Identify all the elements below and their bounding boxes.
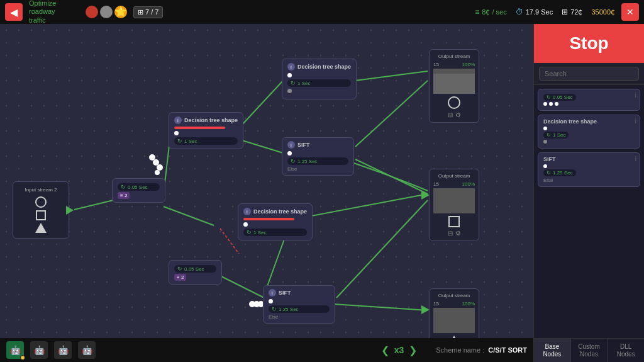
sift-node-2[interactable]: i SIFT ↻ 1.25 Sec Else [263, 285, 335, 324]
avatar-1 [86, 6, 98, 18]
dts2-title: Decision tree shape [297, 64, 351, 70]
avatar-group: ⭐ [86, 6, 127, 18]
out1-circle [448, 96, 460, 109]
level-badge: ⊞ 7 / 7 [133, 6, 163, 18]
panel-process-node[interactable]: i ↻ 0.05 Sec [538, 89, 640, 111]
svg-line-2 [164, 206, 214, 225]
dts2-timer: ↻ 1 Sec [287, 79, 351, 87]
svg-line-19 [220, 229, 239, 254]
dts1-info[interactable]: i [174, 116, 182, 124]
mult-left-arrow[interactable]: ❮ [381, 344, 389, 356]
canvas-area[interactable]: Input stream 2 ↻ 0.05 Sec ≡ 2 i Decision… [0, 24, 533, 362]
panel-nodes-list: i ↻ 0.05 Sec i Decision tree shape [534, 85, 644, 338]
panel-sift-dots [543, 164, 635, 168]
dts3-dot-1 [243, 222, 248, 227]
output-3-pct: 100% [462, 301, 475, 307]
svg-point-14 [153, 159, 159, 166]
svg-line-4 [242, 140, 283, 153]
svg-line-7 [355, 159, 428, 194]
stop-button[interactable]: Stop [534, 24, 644, 63]
clock-icon: ⏱ [516, 8, 523, 16]
dts3-bar [243, 218, 294, 220]
panel-decision-dots [543, 127, 635, 130]
svg-point-22 [249, 301, 255, 307]
panel-process-timer: ↻ 0.05 Sec [543, 94, 576, 101]
panel-sift-timer: ↻ 1.25 Sec [543, 169, 576, 176]
time-value: 17.9 Sec [526, 8, 553, 16]
svg-line-0 [74, 200, 113, 210]
process-2-badge: ≡ 2 [174, 274, 186, 281]
right-panel: Stop i ↻ 0.05 Sec i [533, 24, 644, 362]
mult-right-arrow[interactable]: ❯ [409, 344, 417, 356]
bot-icon-3[interactable]: 🤖 [78, 341, 96, 359]
level-icon: ⊞ [138, 8, 143, 16]
sift1-else: Else [287, 166, 348, 172]
shape-icons [18, 196, 64, 233]
sift1-header: i SIFT [287, 141, 348, 149]
bot-icon-1[interactable]: 🤖 [30, 341, 48, 359]
decision-tree-node-3[interactable]: i Decision tree shape ↻ 1 Sec [238, 203, 313, 240]
dts2-info[interactable]: i [287, 63, 295, 71]
process-2-timer: ↻ 0.05 Sec [174, 265, 216, 273]
main-layout: Input stream 2 ↻ 0.05 Sec ≡ 2 i Decision… [0, 24, 644, 362]
decision-tree-node-2[interactable]: i Decision tree shape ↻ 1 Sec [282, 59, 357, 99]
sift2-info[interactable]: i [269, 289, 276, 297]
dts3-info[interactable]: i [243, 208, 251, 215]
sift1-info[interactable]: i [287, 141, 295, 149]
sift2-header: i SIFT [269, 289, 330, 297]
ps-dot-1 [543, 164, 547, 168]
input-stream-title: Input stream 2 [18, 187, 64, 193]
panel-process-info[interactable]: i [635, 92, 636, 99]
bot-icon-2[interactable]: 🤖 [54, 341, 72, 359]
input-stream-node[interactable]: Input stream 2 [13, 181, 69, 239]
output-1-num: 15 [433, 62, 439, 67]
pd-dot-1 [543, 127, 547, 130]
corner-stop-button[interactable]: ✕ [621, 3, 639, 21]
total-value: 35000₵ [591, 8, 615, 16]
output-3-title: Output stream [433, 293, 475, 298]
bot-avatar-active[interactable]: 🤖 [6, 341, 24, 359]
square-shape [36, 210, 46, 220]
panel-decision-info[interactable]: i [635, 118, 636, 125]
search-input[interactable] [539, 67, 639, 81]
grid-value: 72₵ [570, 8, 582, 16]
decision-tree-node-1[interactable]: i Decision tree shape ↻ 1 Sec [169, 112, 243, 149]
mult-value: x3 [394, 345, 404, 355]
throughput-stat: ≡ 8₵ / sec [475, 8, 506, 16]
process-node-2[interactable]: ↻ 0.05 Sec ≡ 2 [169, 260, 222, 285]
output-2-num: 15 [433, 181, 439, 187]
tab-custom-nodes[interactable]: Custom Nodes [571, 339, 608, 362]
avatar-2 [100, 6, 113, 18]
sift1-dots [287, 151, 348, 156]
sift-node-1[interactable]: i SIFT ↻ 1.25 Sec Else [282, 137, 354, 176]
output-stream-1: Output stream 15 100% ⊟ ⚙ [429, 49, 479, 123]
multiplier-display: ❮ x3 ❯ [381, 344, 418, 356]
output-1-title: Output stream [433, 54, 475, 59]
dts2-dots [287, 73, 351, 77]
back-button[interactable]: ◀ [5, 3, 23, 21]
bottom-bar: 🤖 🤖 🤖 🤖 ❮ x3 ❯ Scheme name : C/S/T SORT [0, 338, 533, 362]
sift2-title: SIFT [279, 290, 291, 296]
top-stats: ≡ 8₵ / sec ⏱ 17.9 Sec ⊞ 72₵ 35000₵ [475, 8, 615, 16]
panel-decision-timer: ↻ 1 Sec [543, 132, 569, 139]
scheme-value: C/S/T SORT [488, 346, 527, 354]
tab-dll-nodes[interactable]: DLL Nodes [608, 339, 644, 362]
sift2-timer: ↻ 1.25 Sec [269, 305, 330, 313]
out1-settings-icon: ⚙ [455, 111, 461, 118]
circle-shape [35, 196, 47, 208]
throughput-value: 8₵ / sec [482, 8, 506, 16]
sift1-timer: ↻ 1.25 Sec [287, 157, 348, 165]
panel-sift-else: Else [543, 178, 635, 183]
dts1-header: i Decision tree shape [174, 116, 238, 124]
sift1-dot-1 [287, 151, 292, 156]
top-bar: ◀ Optimize roadway traffic ⭐ ⊞ 7 / 7 ≡ 8… [0, 0, 644, 24]
process-node-1[interactable]: ↻ 0.05 Sec ≡ 2 [112, 178, 165, 203]
panel-sift-node[interactable]: i SIFT ↻ 1.25 Sec Else [538, 152, 640, 187]
panel-sift-info[interactable]: i [635, 156, 636, 162]
dts1-dot-1 [174, 131, 179, 135]
dts3-header: i Decision tree shape [243, 208, 307, 215]
svg-point-21 [253, 301, 260, 307]
svg-line-5 [355, 71, 428, 81]
tab-base-nodes[interactable]: Base Nodes [534, 339, 571, 362]
panel-decision-node[interactable]: i Decision tree shape ↻ 1 Sec [538, 115, 640, 149]
